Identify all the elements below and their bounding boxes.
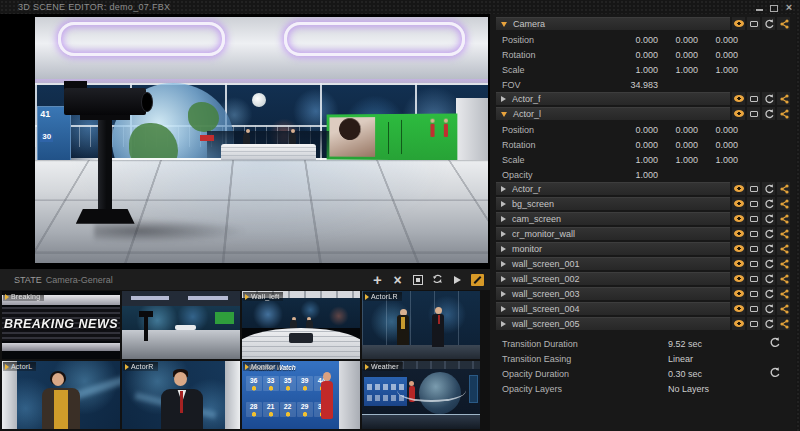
reset-icon[interactable] (762, 17, 775, 30)
visibility-eye-icon[interactable] (732, 272, 745, 285)
share-icon[interactable] (777, 272, 790, 285)
chevron-right-icon[interactable] (501, 96, 506, 102)
frame-icon[interactable] (747, 257, 760, 270)
share-icon[interactable] (777, 107, 790, 120)
share-icon[interactable] (777, 17, 790, 30)
section-wall-screen-004[interactable]: wall_screen_004 (496, 302, 790, 315)
setting-value[interactable]: No Layers (668, 384, 709, 394)
chevron-right-icon[interactable] (501, 231, 506, 237)
chevron-right-icon[interactable] (501, 276, 506, 282)
setting-value[interactable]: 9.52 sec (668, 339, 702, 349)
visibility-eye-icon[interactable] (732, 197, 745, 210)
frame-icon[interactable] (747, 107, 760, 120)
chevron-right-icon[interactable] (501, 201, 506, 207)
close-icon[interactable]: × (784, 3, 794, 12)
section-wall-screen-002[interactable]: wall_screen_002 (496, 272, 790, 285)
visibility-eye-icon[interactable] (732, 107, 745, 120)
frame-icon[interactable] (747, 272, 760, 285)
visibility-eye-icon[interactable] (732, 17, 745, 30)
reset-icon[interactable] (762, 212, 775, 225)
visibility-eye-icon[interactable] (732, 257, 745, 270)
share-icon[interactable] (777, 287, 790, 300)
save-state-icon[interactable] (411, 273, 424, 286)
reset-icon[interactable] (762, 227, 775, 240)
value-field[interactable]: 0.000 (658, 125, 698, 135)
state-thumbnail-actor-r[interactable]: ActorR (122, 361, 240, 429)
section-wall-screen-005[interactable]: wall_screen_005 (496, 317, 790, 330)
value-field[interactable]: 0.000 (618, 125, 658, 135)
reset-icon[interactable] (762, 107, 775, 120)
section-actor-r[interactable]: Actor_r (496, 182, 790, 195)
visibility-eye-icon[interactable] (732, 227, 745, 240)
reset-icon[interactable] (769, 337, 780, 350)
frame-icon[interactable] (747, 92, 760, 105)
reset-icon[interactable] (762, 197, 775, 210)
value-field[interactable]: 0.000 (618, 35, 658, 45)
state-thumbnail-camera-general[interactable] (122, 291, 240, 359)
value-field[interactable]: 0.000 (698, 140, 738, 150)
visibility-eye-icon[interactable] (732, 212, 745, 225)
frame-icon[interactable] (747, 227, 760, 240)
value-field[interactable]: 1.000 (618, 65, 658, 75)
section-cr-monitor-wall[interactable]: cr_monitor_wall (496, 227, 790, 240)
frame-icon[interactable] (747, 317, 760, 330)
studio-scene[interactable]: 41 30 (35, 17, 488, 263)
section-cam-screen[interactable]: cam_screen (496, 212, 790, 225)
visibility-eye-icon[interactable] (732, 287, 745, 300)
setting-value[interactable]: 0.30 sec (668, 369, 702, 379)
value-field[interactable]: 1.000 (658, 65, 698, 75)
visibility-eye-icon[interactable] (732, 242, 745, 255)
value-field[interactable]: 0.000 (658, 35, 698, 45)
value-field[interactable]: 1.000 (618, 170, 658, 180)
chevron-right-icon[interactable] (501, 261, 506, 267)
state-thumbnail-wall-left[interactable]: Wall_left (242, 291, 360, 359)
reset-icon[interactable] (762, 92, 775, 105)
title-bar[interactable]: 3D SCENE EDITOR: demo_07.FBX × (0, 0, 800, 14)
value-field[interactable]: 0.000 (698, 125, 738, 135)
chevron-right-icon[interactable] (501, 216, 506, 222)
section-wall-screen-003[interactable]: wall_screen_003 (496, 287, 790, 300)
chevron-down-icon[interactable] (501, 112, 507, 117)
section-wall-screen-001[interactable]: wall_screen_001 (496, 257, 790, 270)
minimize-icon[interactable] (754, 3, 764, 12)
visibility-eye-icon[interactable] (732, 302, 745, 315)
frame-icon[interactable] (747, 287, 760, 300)
frame-icon[interactable] (747, 182, 760, 195)
section-bg-screen[interactable]: bg_screen (496, 197, 790, 210)
refresh-icon[interactable] (431, 273, 444, 286)
value-field[interactable]: 1.000 (618, 155, 658, 165)
chevron-right-icon[interactable] (501, 291, 506, 297)
share-icon[interactable] (777, 182, 790, 195)
visibility-eye-icon[interactable] (732, 182, 745, 195)
value-field[interactable]: 0.000 (698, 35, 738, 45)
share-icon[interactable] (777, 212, 790, 225)
chevron-right-icon[interactable] (501, 306, 506, 312)
reset-icon[interactable] (762, 257, 775, 270)
state-thumbnail-weather-wide[interactable]: Weather (362, 361, 480, 429)
state-thumbnail-actor-l[interactable]: ActorL (2, 361, 120, 429)
value-field[interactable]: 1.000 (658, 155, 698, 165)
frame-icon[interactable] (747, 212, 760, 225)
share-icon[interactable] (777, 242, 790, 255)
reset-icon[interactable] (762, 287, 775, 300)
value-field[interactable]: 34.983 (618, 80, 658, 90)
value-field[interactable]: 1.000 (698, 155, 738, 165)
play-icon[interactable] (451, 273, 464, 286)
value-field[interactable]: 0.000 (658, 140, 698, 150)
reset-icon[interactable] (769, 367, 780, 380)
maximize-icon[interactable] (769, 3, 779, 12)
frame-icon[interactable] (747, 242, 760, 255)
share-icon[interactable] (777, 197, 790, 210)
frame-icon[interactable] (747, 197, 760, 210)
section-monitor[interactable]: monitor (496, 242, 790, 255)
section-actor-l[interactable]: Actor_l (496, 107, 790, 120)
state-thumbnail-monitor[interactable]: Weather Watch 36 33 35 39 44 28 21 22 29… (242, 361, 360, 429)
reset-icon[interactable] (762, 272, 775, 285)
chevron-right-icon[interactable] (501, 246, 506, 252)
reset-icon[interactable] (762, 302, 775, 315)
share-icon[interactable] (777, 227, 790, 240)
share-icon[interactable] (777, 257, 790, 270)
reset-icon[interactable] (762, 242, 775, 255)
reset-icon[interactable] (762, 182, 775, 195)
chevron-down-icon[interactable] (501, 22, 507, 27)
